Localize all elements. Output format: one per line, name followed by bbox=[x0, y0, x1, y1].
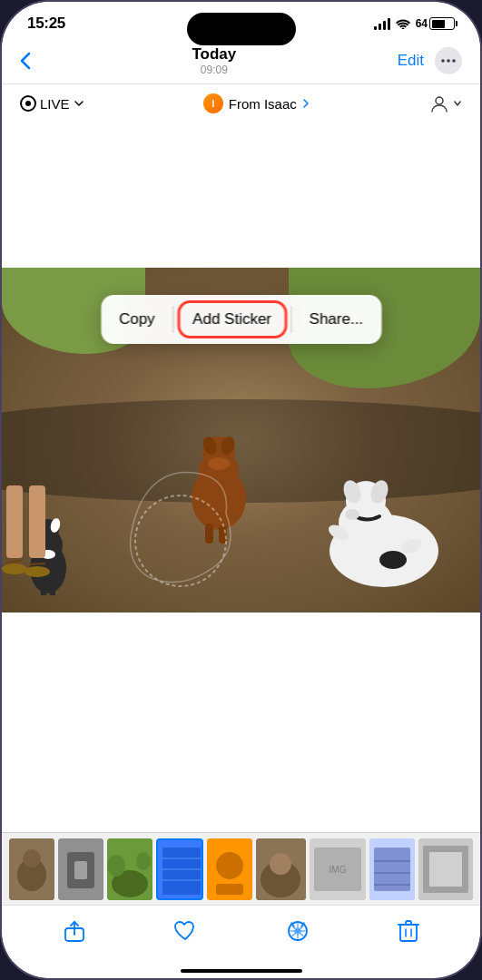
copy-menu-item[interactable]: Copy bbox=[104, 301, 170, 338]
svg-rect-29 bbox=[6, 485, 23, 558]
svg-point-70 bbox=[294, 927, 301, 935]
clean-up-button[interactable] bbox=[284, 918, 311, 944]
strip-thumb-1[interactable] bbox=[9, 838, 54, 900]
strip-thumb-6[interactable] bbox=[256, 838, 306, 900]
battery-percent: 64 bbox=[416, 17, 428, 30]
nav-title: Today bbox=[192, 45, 236, 64]
back-button[interactable] bbox=[20, 52, 31, 70]
live-label: LIVE bbox=[40, 96, 70, 112]
svg-point-3 bbox=[436, 97, 443, 104]
svg-point-35 bbox=[135, 495, 226, 586]
svg-point-32 bbox=[25, 566, 50, 577]
svg-point-28 bbox=[345, 509, 359, 520]
svg-point-56 bbox=[270, 853, 291, 875]
person-icon bbox=[428, 94, 450, 113]
white-space-bottom bbox=[2, 612, 480, 721]
svg-line-34 bbox=[29, 564, 45, 564]
status-icons: 64 bbox=[374, 17, 455, 30]
add-sticker-wrapper: Add Sticker bbox=[177, 300, 287, 338]
svg-point-2 bbox=[452, 59, 456, 63]
svg-point-0 bbox=[441, 59, 445, 63]
from-label: From Isaac bbox=[229, 96, 297, 112]
svg-text:IMG: IMG bbox=[330, 865, 347, 875]
phone-frame: 15:25 64 bbox=[0, 0, 482, 980]
edit-button[interactable]: Edit bbox=[398, 52, 424, 70]
sparkle-icon bbox=[284, 918, 311, 944]
live-chevron-icon bbox=[74, 100, 84, 107]
home-indicator bbox=[181, 969, 302, 973]
svg-point-44 bbox=[107, 855, 125, 877]
person-chevron-icon bbox=[453, 100, 462, 107]
nav-actions: Edit bbox=[398, 47, 462, 74]
menu-divider-1 bbox=[173, 306, 174, 333]
svg-line-33 bbox=[6, 561, 22, 563]
svg-point-27 bbox=[379, 551, 407, 569]
signal-icon bbox=[374, 17, 390, 30]
svg-point-1 bbox=[447, 59, 450, 63]
live-target-icon bbox=[20, 95, 36, 112]
svg-point-38 bbox=[23, 849, 41, 867]
nav-title-area: Today 09:09 bbox=[192, 45, 236, 76]
white-space-top bbox=[2, 122, 480, 268]
trash-icon bbox=[398, 918, 419, 944]
ellipsis-icon bbox=[441, 59, 456, 63]
menu-divider-2 bbox=[290, 306, 291, 333]
person-legs-svg bbox=[2, 485, 52, 612]
chevron-left-icon bbox=[20, 52, 31, 70]
wifi-icon bbox=[396, 18, 410, 29]
strip-thumb-2[interactable] bbox=[58, 838, 103, 900]
dogs-photo[interactable]: Copy Add Sticker Share... bbox=[2, 268, 480, 612]
heart-icon bbox=[172, 919, 198, 943]
svg-rect-30 bbox=[29, 485, 45, 558]
strip-thumb-3[interactable] bbox=[107, 838, 152, 900]
from-badge[interactable]: I From Isaac bbox=[203, 93, 310, 113]
photo-strip: IMG bbox=[2, 832, 480, 905]
strip-thumb-8[interactable] bbox=[369, 838, 415, 900]
share-button[interactable] bbox=[63, 919, 86, 943]
from-chevron-icon bbox=[302, 98, 310, 109]
contact-avatar: I bbox=[203, 93, 223, 113]
dog-right-svg bbox=[311, 442, 457, 605]
svg-rect-47 bbox=[162, 848, 201, 895]
battery-indicator: 64 bbox=[416, 17, 455, 30]
strip-thumb-9[interactable] bbox=[418, 838, 473, 900]
nav-subtitle: 09:09 bbox=[192, 64, 236, 76]
context-menu: Copy Add Sticker Share... bbox=[101, 295, 381, 344]
delete-button[interactable] bbox=[398, 918, 419, 944]
svg-point-45 bbox=[136, 852, 151, 870]
strip-thumb-5[interactable] bbox=[207, 838, 252, 900]
live-badge[interactable]: LIVE bbox=[20, 95, 84, 112]
strip-thumb-4[interactable] bbox=[156, 838, 203, 900]
svg-point-31 bbox=[2, 564, 27, 574]
svg-point-52 bbox=[216, 852, 243, 879]
dynamic-island bbox=[187, 13, 296, 45]
person-button[interactable] bbox=[428, 94, 462, 113]
status-time: 15:25 bbox=[27, 15, 65, 33]
add-sticker-menu-item[interactable]: Add Sticker bbox=[177, 300, 287, 338]
svg-rect-71 bbox=[400, 925, 417, 941]
bottom-bar bbox=[2, 905, 480, 962]
favorite-button[interactable] bbox=[172, 919, 198, 943]
svg-rect-67 bbox=[429, 852, 462, 887]
strip-thumb-7[interactable]: IMG bbox=[310, 838, 366, 900]
phone-screen: 15:25 64 bbox=[2, 2, 480, 978]
photo-toolbar: LIVE I From Isaac bbox=[2, 84, 480, 122]
more-button[interactable] bbox=[435, 47, 462, 74]
photo-main: Copy Add Sticker Share... bbox=[2, 122, 480, 832]
svg-rect-41 bbox=[74, 861, 87, 879]
subject-lift-preview bbox=[122, 450, 240, 595]
share-menu-item[interactable]: Share... bbox=[295, 301, 379, 338]
share-icon bbox=[63, 919, 86, 943]
svg-rect-53 bbox=[216, 884, 243, 895]
